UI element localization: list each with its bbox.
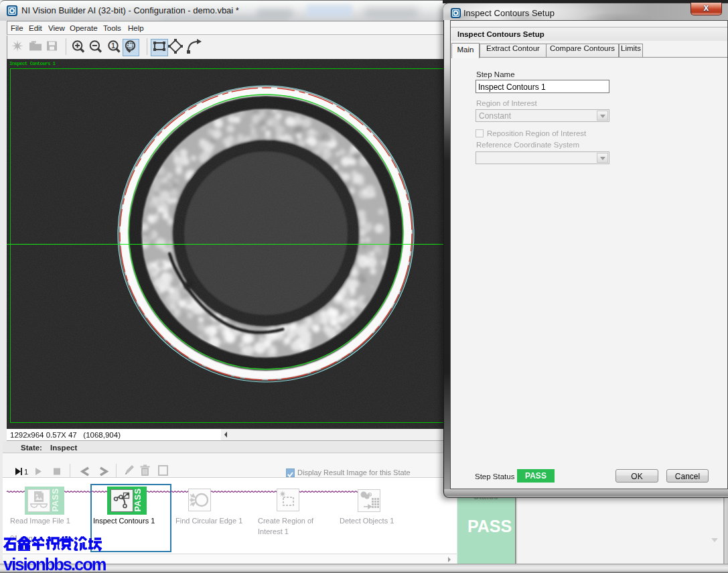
svg-text:Inspect Contours 1: Inspect Contours 1	[9, 61, 56, 66]
svg-text:1: 1	[24, 468, 28, 476]
svg-text:?: ?	[368, 493, 371, 497]
svg-text:1: 1	[111, 42, 115, 50]
